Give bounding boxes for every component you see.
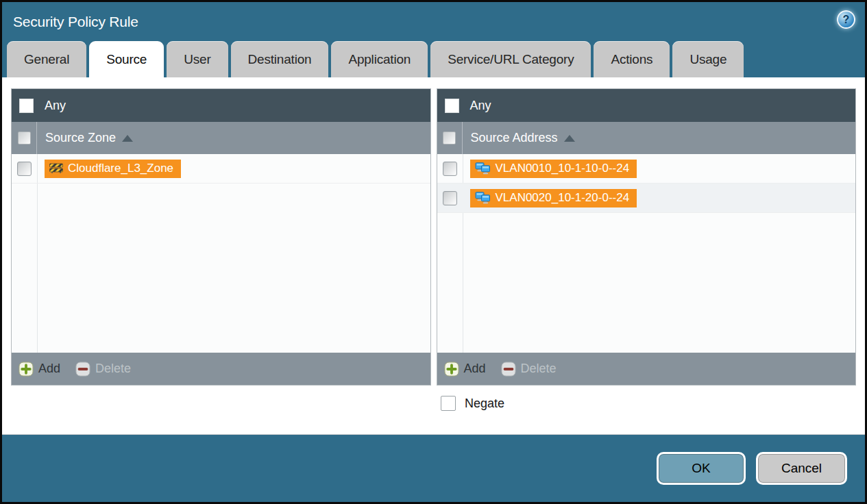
zone-object-chip[interactable]: Cloudflare_L3_Zone: [45, 160, 181, 178]
source-zone-any-label: Any: [45, 99, 66, 113]
tab-source[interactable]: Source: [89, 41, 164, 77]
add-zone-button[interactable]: Add: [19, 362, 60, 377]
cancel-button[interactable]: Cancel: [756, 452, 847, 485]
security-policy-rule-dialog: Security Policy Rule ? General Source Us…: [2, 2, 865, 502]
tab-usage[interactable]: Usage: [672, 41, 744, 77]
row-checkbox[interactable]: [443, 191, 457, 205]
ok-button[interactable]: OK: [657, 452, 746, 485]
negate-checkbox[interactable]: [441, 396, 456, 411]
delete-label: Delete: [521, 362, 557, 376]
screen: Security Policy Rule ? General Source Us…: [0, 0, 867, 504]
source-zone-column-label: Source Zone: [37, 131, 116, 145]
source-address-any-checkbox[interactable]: [445, 99, 459, 113]
source-address-column-label: Source Address: [463, 131, 558, 145]
table-row[interactable]: Cloudflare_L3_Zone: [12, 154, 430, 184]
source-address-column-header[interactable]: Source Address: [437, 122, 856, 154]
source-address-panel: Any Source Address: [437, 88, 857, 386]
address-object-chip[interactable]: VLAN0020_10-1-20-0--24: [470, 189, 637, 207]
row-checkbox-cell: [437, 191, 463, 205]
row-checkbox[interactable]: [17, 162, 32, 176]
address-name: VLAN0020_10-1-20-0--24: [496, 191, 630, 205]
delete-icon: [501, 362, 516, 377]
address-icon: [475, 162, 491, 175]
source-address-toolbar: Add Delete: [437, 353, 856, 385]
tab-bar: General Source User Destination Applicat…: [2, 41, 865, 77]
row-checkbox-cell: [12, 162, 37, 176]
delete-label: Delete: [95, 362, 131, 376]
row-checkbox[interactable]: [443, 162, 457, 176]
delete-address-button[interactable]: Delete: [501, 362, 557, 377]
source-zone-select-all-checkbox[interactable]: [18, 131, 31, 144]
table-row[interactable]: VLAN0010_10-1-10-0--24: [437, 154, 856, 184]
negate-label: Negate: [465, 396, 504, 411]
tab-application[interactable]: Application: [331, 41, 428, 77]
tab-general[interactable]: General: [7, 41, 86, 77]
tab-actions[interactable]: Actions: [594, 41, 670, 77]
add-address-button[interactable]: Add: [444, 362, 486, 377]
column-divider: [37, 154, 38, 353]
panels-container: Any Source Zone: [11, 88, 856, 386]
source-address-select-all-checkbox[interactable]: [443, 131, 456, 144]
sort-ascending-icon[interactable]: [564, 135, 575, 142]
tab-user[interactable]: User: [167, 41, 228, 77]
zone-icon: [49, 163, 63, 174]
dialog-titlebar: Security Policy Rule ?: [2, 2, 865, 41]
source-address-any-label: Any: [470, 99, 491, 113]
source-zone-select-all-cell: [12, 122, 37, 154]
source-zone-panel: Any Source Zone: [11, 88, 431, 386]
source-zone-any-checkbox[interactable]: [19, 99, 34, 113]
delete-icon: [75, 362, 90, 377]
dialog-footer: OK Cancel: [2, 435, 865, 502]
row-checkbox-cell: [437, 162, 463, 176]
source-address-rows: VLAN0010_10-1-10-0--24: [437, 154, 856, 353]
address-object-chip[interactable]: VLAN0010_10-1-10-0--24: [470, 160, 637, 178]
negate-row: Negate: [441, 396, 856, 411]
add-label: Add: [38, 362, 60, 376]
address-icon: [475, 192, 491, 204]
source-zone-any-bar: Any: [12, 89, 430, 122]
source-zone-toolbar: Add Delete: [12, 353, 430, 385]
delete-zone-button[interactable]: Delete: [75, 362, 131, 377]
footer-buttons: OK Cancel: [657, 452, 847, 485]
zone-name: Cloudflare_L3_Zone: [68, 162, 173, 175]
add-label: Add: [464, 362, 486, 376]
sort-ascending-icon[interactable]: [122, 135, 133, 142]
source-zone-column-header[interactable]: Source Zone: [12, 122, 430, 154]
source-zone-rows: Cloudflare_L3_Zone: [12, 154, 430, 353]
tab-destination[interactable]: Destination: [231, 41, 329, 77]
address-name: VLAN0010_10-1-10-0--24: [496, 162, 630, 175]
table-row[interactable]: VLAN0020_10-1-20-0--24: [437, 184, 856, 213]
dialog-title: Security Policy Rule: [13, 14, 138, 30]
source-address-select-all-cell: [437, 122, 463, 154]
tab-content-source: Any Source Zone: [2, 77, 865, 435]
tab-service-url-category[interactable]: Service/URL Category: [430, 41, 591, 77]
source-address-any-bar: Any: [437, 89, 856, 122]
add-icon: [19, 362, 34, 377]
help-icon[interactable]: ?: [837, 10, 855, 29]
add-icon: [444, 362, 459, 377]
